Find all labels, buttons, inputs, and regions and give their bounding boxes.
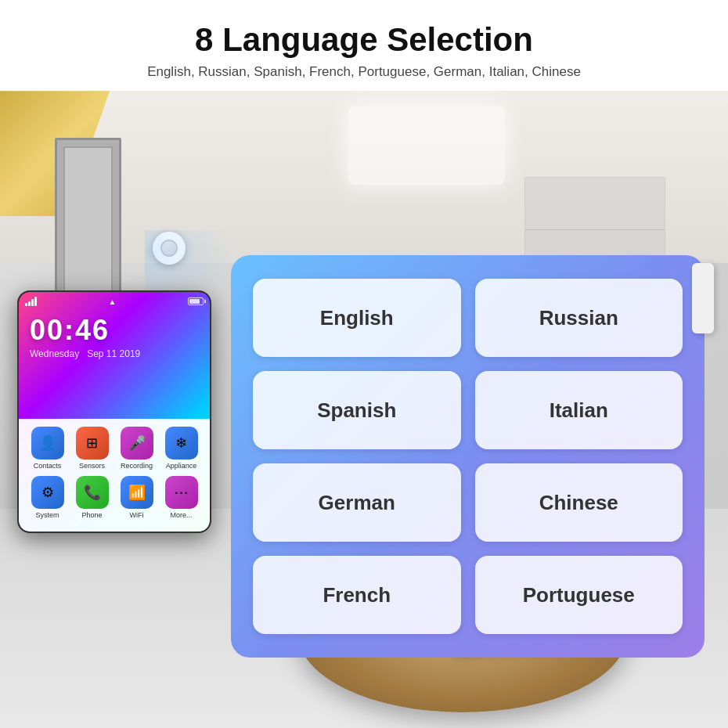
phone-date-val: Sep 11 2019 — [87, 348, 140, 359]
page-title: 8 Language Selection — [16, 22, 712, 58]
lang-label-russian: Russian — [539, 306, 618, 330]
lang-button-italian[interactable]: Italian — [475, 371, 683, 449]
app-contacts[interactable]: 👤 Contacts — [31, 427, 64, 470]
more-label: More... — [170, 511, 192, 519]
signal-bar-2 — [28, 301, 31, 306]
phone-apps-row-1: 👤 Contacts ⊞ Sensors 🎤 Recording ❄ Appli… — [25, 427, 204, 470]
lang-button-portuguese[interactable]: Portuguese — [475, 556, 683, 634]
signal-bars — [25, 297, 37, 306]
smart-device-inner — [160, 240, 178, 257]
lang-button-french[interactable]: French — [253, 556, 461, 634]
contacts-icon: 👤 — [31, 427, 64, 460]
language-panel: English Russian Spanish Italian German C… — [231, 255, 705, 658]
app-system[interactable]: ⚙ System — [31, 476, 64, 519]
wifi-label: WiFi — [130, 511, 144, 519]
contacts-label: Contacts — [34, 462, 62, 470]
phone-apps-row-2: ⚙ System 📞 Phone 📶 WiFi ··· More... — [25, 476, 204, 519]
app-more[interactable]: ··· More... — [165, 476, 198, 519]
lang-label-french: French — [323, 583, 391, 607]
system-icon: ⚙ — [31, 476, 64, 509]
room-background: ▲ 00:46 Wednesday Sep 11 2019 👤 C — [0, 91, 728, 728]
lang-label-german: German — [319, 491, 395, 515]
lang-label-italian: Italian — [550, 398, 608, 423]
phone-apps: 👤 Contacts ⊞ Sensors 🎤 Recording ❄ Appli… — [19, 419, 210, 532]
app-wifi[interactable]: 📶 WiFi — [121, 476, 153, 519]
app-recording[interactable]: 🎤 Recording — [121, 427, 153, 470]
recording-icon: 🎤 — [121, 427, 153, 460]
app-appliance[interactable]: ❄ Appliance — [165, 427, 198, 470]
phone-day: Wednesday — [30, 348, 79, 359]
more-icon: ··· — [165, 476, 198, 509]
battery-fill — [189, 299, 200, 304]
app-phone[interactable]: 📞 Phone — [76, 476, 109, 519]
signal-bar-1 — [25, 303, 27, 306]
phone-device: ▲ 00:46 Wednesday Sep 11 2019 👤 C — [17, 290, 211, 533]
system-label: System — [35, 511, 59, 519]
lang-button-chinese[interactable]: Chinese — [475, 463, 683, 542]
page-wrapper: 8 Language Selection English, Russian, S… — [0, 0, 728, 728]
app-sensors[interactable]: ⊞ Sensors — [76, 427, 109, 470]
wall-phone — [692, 263, 714, 333]
lang-label-portuguese: Portuguese — [523, 583, 635, 607]
appliance-label: Appliance — [166, 462, 197, 470]
lang-button-english[interactable]: English — [253, 279, 461, 357]
sensors-label: Sensors — [79, 462, 105, 470]
lang-label-english: English — [320, 306, 394, 330]
phone-label: Phone — [81, 511, 102, 519]
ceiling-light-panel — [348, 106, 505, 185]
lang-button-spanish[interactable]: Spanish — [253, 371, 461, 449]
page-subtitle: English, Russian, Spanish, French, Portu… — [16, 64, 712, 80]
smart-device — [153, 232, 186, 265]
battery-indicator — [188, 297, 204, 305]
wifi-app-icon: 📶 — [121, 476, 153, 509]
phone-icon: 📞 — [76, 476, 109, 509]
lang-button-german[interactable]: German — [253, 463, 461, 542]
lang-label-chinese: Chinese — [539, 491, 618, 515]
sensors-icon: ⊞ — [76, 427, 109, 460]
lang-label-spanish: Spanish — [317, 398, 396, 423]
phone-time: 00:46 — [30, 314, 110, 347]
phone-date: Wednesday Sep 11 2019 — [30, 348, 140, 359]
appliance-icon: ❄ — [165, 427, 198, 460]
recording-label: Recording — [121, 462, 153, 470]
signal-bar-3 — [31, 299, 34, 306]
signal-bar-4 — [34, 297, 37, 306]
lang-button-russian[interactable]: Russian — [475, 279, 683, 357]
phone-status-bar: ▲ — [25, 297, 204, 306]
shelf-line — [525, 229, 665, 230]
wifi-icon: ▲ — [109, 297, 117, 306]
header: 8 Language Selection English, Russian, S… — [0, 0, 728, 91]
